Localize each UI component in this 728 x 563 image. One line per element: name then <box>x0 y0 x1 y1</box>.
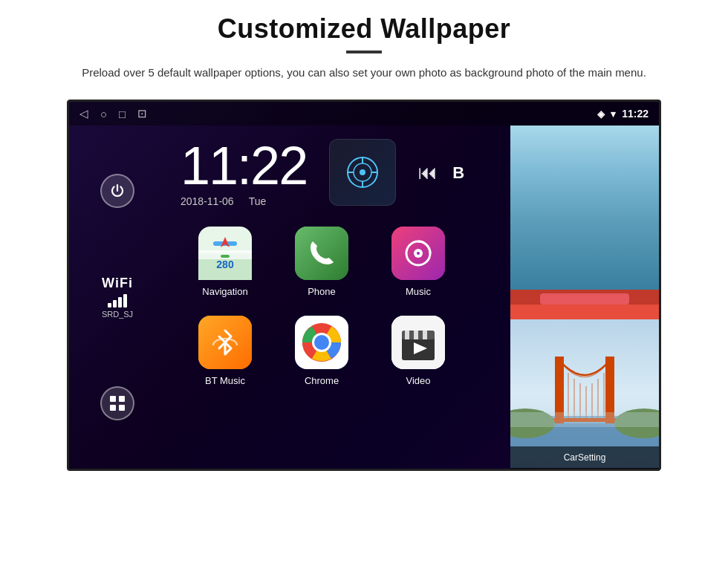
prev-track-icon[interactable]: ⏮ <box>418 161 438 184</box>
svg-rect-16 <box>221 255 230 258</box>
music-app-label: Music <box>406 286 431 297</box>
svg-line-40 <box>619 126 653 180</box>
phone-app-label: Phone <box>308 286 336 297</box>
svg-rect-33 <box>423 331 427 339</box>
status-bar-right: ◈ ▾ 11:22 <box>597 108 649 120</box>
svg-point-27 <box>314 335 329 350</box>
page-wrapper: Customized Wallpaper Preload over 5 defa… <box>0 0 728 471</box>
svg-rect-32 <box>414 331 418 339</box>
clock-date: 2018-11-06 Tue <box>181 195 266 207</box>
media-controls: ⏮ B <box>418 161 464 184</box>
svg-rect-31 <box>405 331 409 339</box>
svg-line-41 <box>632 126 653 166</box>
wifi-widget: WiFi SRD_SJ <box>102 276 133 319</box>
svg-rect-0 <box>110 396 116 402</box>
svg-marker-36 <box>516 180 653 290</box>
wifi-ssid: SRD_SJ <box>102 310 133 319</box>
title-divider <box>346 51 382 53</box>
svg-rect-35 <box>516 126 653 290</box>
clock-date-value: 2018-11-06 <box>181 195 234 207</box>
navigation-app-icon: 280 <box>198 227 252 280</box>
wifi-bar-4 <box>123 294 127 307</box>
wallpaper-thumb-ice[interactable] <box>510 126 659 290</box>
status-bar-left: ◁ ○ □ ⊡ <box>79 107 147 120</box>
app-item-video[interactable]: Video <box>374 310 463 391</box>
carsetting-label: CarSetting <box>510 446 659 469</box>
wallpaper-panel: CarSetting <box>510 126 659 469</box>
app-item-music[interactable]: Music <box>374 221 463 302</box>
app-item-bt-music[interactable]: BT Music <box>181 310 270 391</box>
status-time: 11:22 <box>622 108 649 120</box>
wifi-label: WiFi <box>102 276 133 291</box>
location-icon: ◈ <box>597 108 605 120</box>
navigation-app-label: Navigation <box>202 286 247 297</box>
clock-area: 11:22 2018-11-06 Tue <box>181 139 307 207</box>
video-app-icon <box>391 316 445 369</box>
svg-rect-1 <box>119 396 125 402</box>
android-screen: ◁ ○ □ ⊡ ◈ ▾ 11:22 WiFi <box>67 100 661 471</box>
svg-text:280: 280 <box>216 258 234 270</box>
svg-rect-61 <box>510 412 659 427</box>
status-bar: ◁ ○ □ ⊡ ◈ ▾ 11:22 <box>69 102 659 126</box>
back-nav-icon[interactable]: ◁ <box>79 107 88 120</box>
clock-day-value: Tue <box>249 195 267 207</box>
wallpaper-thumb-red[interactable] <box>510 290 659 319</box>
wifi-bar-3 <box>118 297 122 307</box>
svg-point-22 <box>417 252 420 255</box>
wifi-signal <box>108 294 127 307</box>
wifi-bar-2 <box>113 300 117 307</box>
track-label: B <box>452 163 464 183</box>
power-button[interactable] <box>100 174 134 208</box>
app-item-chrome[interactable]: Chrome <box>277 310 366 391</box>
svg-rect-39 <box>516 262 653 290</box>
svg-rect-43 <box>510 305 659 319</box>
page-description: Preload over 5 default wallpaper options… <box>82 64 646 82</box>
bt-music-app-label: BT Music <box>205 375 245 386</box>
wifi-bar-1 <box>108 303 111 307</box>
svg-rect-18 <box>295 227 348 280</box>
carsetting-text: CarSetting <box>564 452 606 463</box>
svg-marker-38 <box>544 235 653 290</box>
app-item-navigation[interactable]: 280 Navigation <box>181 221 270 302</box>
left-sidebar: WiFi SRD_SJ <box>69 126 166 469</box>
video-app-label: Video <box>406 375 430 386</box>
media-icon-box <box>329 139 396 206</box>
home-nav-icon[interactable]: ○ <box>100 108 107 120</box>
svg-point-6 <box>360 169 365 175</box>
bt-music-app-icon <box>198 316 252 369</box>
page-title: Customized Wallpaper <box>218 13 511 45</box>
chrome-app-icon <box>295 316 348 369</box>
recents-nav-icon[interactable]: □ <box>119 108 126 120</box>
svg-rect-44 <box>540 293 629 305</box>
screenshot-nav-icon[interactable]: ⊡ <box>137 107 147 120</box>
clock-time: 11:22 <box>181 139 307 192</box>
svg-rect-3 <box>119 405 125 411</box>
apps-grid-button[interactable] <box>100 386 134 420</box>
phone-app-icon <box>295 227 348 280</box>
svg-marker-37 <box>516 201 653 290</box>
svg-rect-2 <box>110 405 116 411</box>
music-app-icon <box>391 227 445 280</box>
app-item-phone[interactable]: Phone <box>277 221 366 302</box>
wifi-status-icon: ▾ <box>611 108 616 120</box>
chrome-app-label: Chrome <box>305 375 339 386</box>
